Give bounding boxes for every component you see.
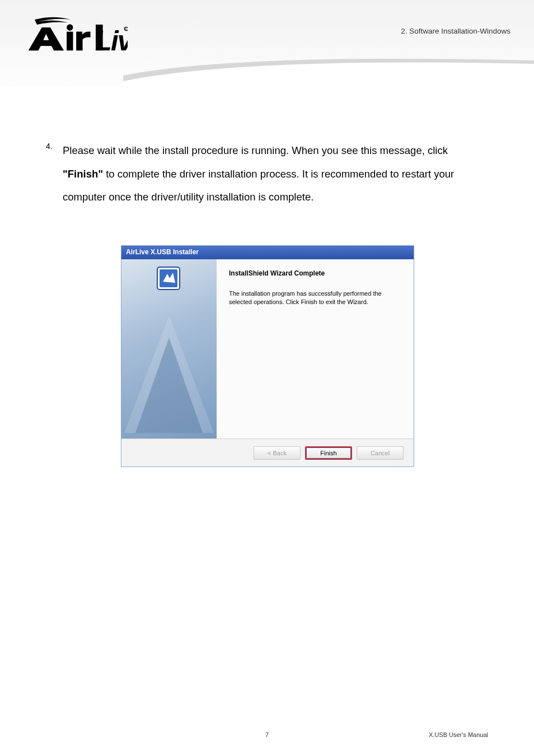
svg-text:Live: Live [95,25,128,55]
wizard-side-graphic [121,259,217,438]
wizard-button-row: < Back Finish Cancel [121,438,414,466]
back-button: < Back [254,446,301,460]
wizard-heading: InstallShield Wizard Complete [229,269,401,277]
chapter-label: 2. Software Installation-Windows [401,27,510,35]
finish-button[interactable]: Finish [305,446,352,460]
wizard-right-panel: InstallShield Wizard Complete The instal… [217,259,414,438]
page-footer: 7 X.USB User's Manual [0,731,534,738]
brand-logo: Live R [21,17,128,58]
installer-body: InstallShield Wizard Complete The instal… [121,259,414,438]
wizard-description: The installation program has successfull… [229,290,401,306]
step-text-2: to complete the driver installation proc… [63,168,454,203]
cancel-button: Cancel [357,446,404,460]
page-number: 7 [193,731,340,738]
step-bold: "Finish" [63,168,103,180]
installer-screenshot: AirLive X.USB Installer InstallShield Wi… [121,245,414,467]
manual-title: X.USB User's Manual [341,731,488,738]
svg-text:R: R [125,27,127,31]
svg-rect-0 [67,32,73,51]
step-text-1: Please wait while the install procedure … [63,144,448,156]
step-number: 4. [46,139,63,151]
installer-titlebar: AirLive X.USB Installer [121,246,414,259]
step-content: Please wait while the install procedure … [63,139,488,209]
svg-point-1 [67,24,73,30]
body-text: 4. Please wait while the install procedu… [46,139,488,209]
wizard-triangle-graphic [121,259,217,438]
header-swoosh [123,50,534,90]
